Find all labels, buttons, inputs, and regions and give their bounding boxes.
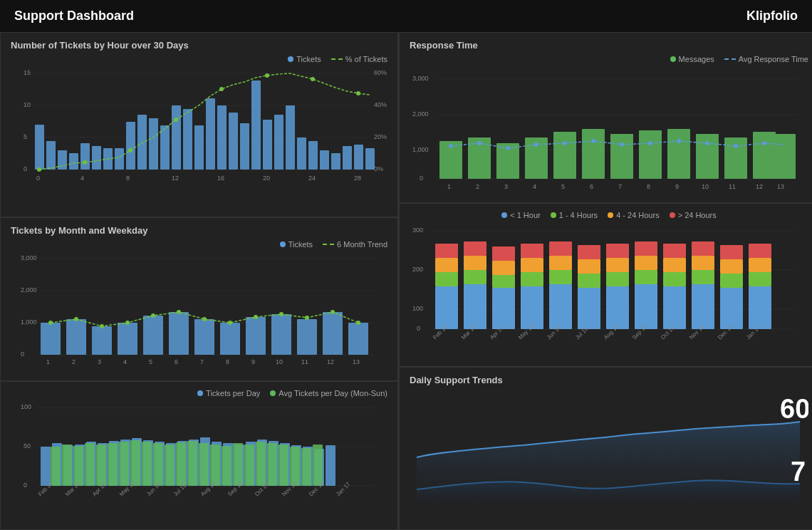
svg-rect-268 [720,274,743,288]
svg-rect-78 [348,323,368,355]
svg-rect-137 [51,447,61,486]
svg-rect-148 [176,442,186,486]
svg-text:10: 10 [702,183,709,190]
svg-text:0: 0 [21,350,24,358]
svg-text:6: 6 [590,183,593,190]
svg-text:2: 2 [72,358,76,365]
svg-rect-190 [696,134,719,179]
6month-line-icon [323,244,334,245]
svg-text:9: 9 [675,183,679,190]
svg-text:0: 0 [24,165,27,172]
svg-rect-74 [246,317,266,355]
svg-text:1: 1 [46,358,50,365]
svg-text:50: 50 [24,442,31,450]
daily-trends-chart: Daily Support Trends [399,367,812,530]
svg-rect-259 [663,286,686,329]
svg-rect-228 [435,272,458,286]
svg-text:5: 5 [24,133,27,140]
gt24h-dot-icon [670,212,675,218]
stacked-bar-chart: < 1 Hour 1 - 4 Hours 4 - 24 Hours > 24 H… [399,203,812,367]
svg-rect-146 [153,443,163,486]
svg-point-45 [174,118,178,122]
svg-text:1,000: 1,000 [412,146,429,153]
svg-rect-72 [194,319,214,355]
svg-point-80 [74,317,78,321]
svg-rect-153 [233,443,243,486]
right-panel: Response Time Messages Avg Response Time… [399,32,812,530]
response-time-title: Response Time [410,40,808,51]
svg-rect-35 [297,137,306,170]
svg-text:Jan 17: Jan 17 [335,481,352,498]
svg-text:2,000: 2,000 [412,110,429,118]
svg-rect-266 [692,241,714,256]
svg-rect-136 [326,445,335,486]
svg-text:8: 8 [226,358,229,365]
svg-point-83 [151,313,155,318]
tickets-per-day-legend: Tickets per Day Avg Tickets per Day (Mon… [11,389,387,398]
legend-gt24h: > 24 Hours [670,211,717,219]
svg-text:7: 7 [200,358,204,365]
svg-rect-232 [464,270,486,284]
svg-rect-229 [435,258,458,272]
svg-rect-28 [217,105,227,170]
svg-rect-242 [521,244,543,258]
svg-rect-149 [187,441,197,486]
svg-rect-245 [549,256,572,270]
svg-rect-75 [271,314,291,355]
svg-rect-271 [749,286,771,329]
svg-point-44 [128,148,132,152]
svg-rect-154 [244,445,254,486]
svg-text:4: 4 [123,358,127,365]
svg-rect-234 [464,241,486,256]
svg-text:8: 8 [126,175,130,182]
svg-rect-231 [464,284,486,329]
svg-text:60%: 60% [374,69,387,76]
svg-text:3: 3 [98,358,101,365]
svg-text:0%: 0% [374,165,383,172]
tpd-dot-icon [197,390,203,396]
svg-text:1,000: 1,000 [21,318,37,326]
svg-rect-36 [308,141,318,170]
tickets-by-hour-title: Number of Tickets by Hour over 30 Days [11,40,387,51]
svg-text:5: 5 [149,358,152,365]
svg-point-88 [279,312,283,316]
svg-rect-111 [41,447,51,486]
svg-rect-188 [639,130,662,179]
svg-text:300: 300 [412,227,423,234]
svg-rect-33 [274,115,283,170]
svg-rect-70 [143,316,163,355]
svg-rect-14 [58,150,67,170]
svg-text:7: 7 [791,457,806,487]
legend-messages: Messages [670,55,714,63]
svg-rect-71 [169,312,189,355]
svg-text:0: 0 [36,175,40,182]
svg-rect-236 [492,275,515,288]
svg-point-82 [125,321,130,325]
svg-rect-143 [119,442,129,486]
svg-point-90 [330,310,335,314]
svg-rect-265 [692,256,714,270]
svg-text:40%: 40% [374,101,387,108]
svg-rect-264 [692,270,714,284]
svg-point-85 [202,317,207,321]
svg-rect-140 [85,443,95,486]
svg-rect-40 [354,145,363,170]
svg-point-198 [563,141,567,145]
svg-rect-269 [720,259,743,274]
tickets-by-hour-svg: 15 10 5 0 60% 40% 20% 0% [11,66,390,202]
svg-rect-156 [267,443,277,486]
svg-text:0: 0 [417,325,420,332]
svg-rect-260 [663,272,686,286]
svg-rect-191 [724,137,747,179]
svg-text:13: 13 [777,183,784,190]
svg-rect-193 [773,134,796,179]
svg-text:7: 7 [618,183,622,190]
svg-text:28: 28 [354,175,361,182]
svg-point-43 [83,160,87,165]
svg-text:3: 3 [504,183,508,190]
legend-avg-tpd: Avg Tickets per Day (Mon-Sun) [270,389,387,398]
svg-rect-235 [492,288,515,329]
svg-rect-246 [549,241,572,256]
svg-rect-15 [69,153,78,170]
svg-text:20%: 20% [374,133,387,140]
